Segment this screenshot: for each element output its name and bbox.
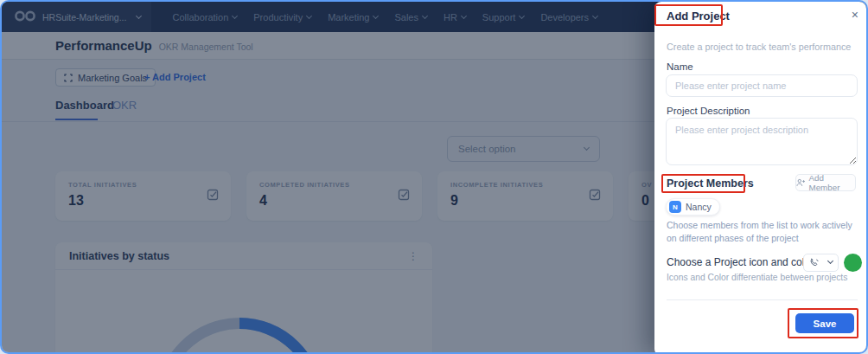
add-member-button[interactable]: Add Member (795, 174, 856, 191)
modal-description: Create a project to track team's perform… (667, 42, 851, 52)
project-icon-select[interactable] (803, 254, 839, 272)
phone-icon (810, 258, 820, 267)
member-chip-nancy[interactable]: N Nancy (666, 198, 720, 216)
save-button[interactable]: Save (795, 313, 854, 333)
screenshot-frame: HRSuite-Marketing... Collaboration Produ… (0, 0, 868, 354)
members-hint-text: Choose members from the list to work act… (667, 219, 858, 245)
icon-color-label: Choose a Project icon and color (667, 256, 814, 268)
project-color-swatch[interactable] (844, 254, 862, 272)
modal-divider (667, 299, 858, 300)
chevron-down-icon (827, 258, 833, 264)
name-label: Name (667, 61, 693, 72)
member-name: Nancy (686, 202, 712, 212)
description-label: Project Description (667, 106, 750, 116)
add-project-modal: Add Project × Create a project to track … (654, 2, 868, 354)
avatar: N (669, 201, 681, 213)
modal-title: Add Project (667, 10, 730, 23)
icon-hint-text: Icons and Color differentiate between pr… (667, 273, 858, 282)
project-name-input[interactable] (666, 74, 858, 97)
person-plus-icon (796, 178, 806, 187)
project-members-label: Project Members (667, 177, 754, 190)
close-icon[interactable]: × (852, 8, 858, 22)
project-description-textarea[interactable] (666, 118, 858, 165)
